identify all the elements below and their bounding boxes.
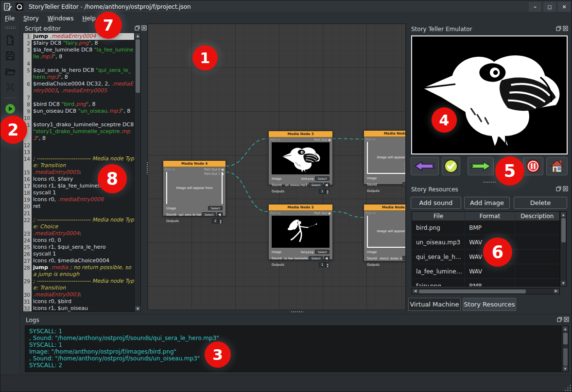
resources-hscroll-thumb[interactable] — [419, 290, 526, 293]
scroll-up-arrow-icon[interactable]: ▲ — [135, 33, 140, 38]
run-button[interactable] — [3, 102, 17, 116]
logs-scroll-thumb[interactable] — [563, 333, 568, 344]
column-header-format[interactable]: Format — [465, 212, 515, 221]
scroll-up-arrow-icon[interactable]: ▲ — [561, 212, 566, 217]
port-out[interactable]: Port Out 0 ● — [204, 168, 224, 171]
close-button[interactable]: ✕ — [558, 2, 571, 12]
new-file-button[interactable] — [3, 34, 17, 47]
resources-vscrollbar[interactable]: ▲ ▼ — [560, 211, 567, 287]
select-image-button[interactable]: Select — [208, 206, 223, 210]
scroll-down-arrow-icon[interactable]: ▼ — [561, 281, 566, 286]
editor-line: 2$fairy DC8 "fairy.png", 8 — [23, 40, 134, 47]
media-node[interactable]: Media Node 6Port InImage will appear her… — [364, 204, 406, 261]
float-panel-icon[interactable] — [556, 186, 561, 191]
emulator-back-button[interactable] — [411, 157, 439, 175]
select-sound-button[interactable]: Select — [402, 256, 406, 260]
editor-line: 11$story1_drako_luminelle_sceptre DC8 "s… — [23, 121, 134, 142]
emulator-home-button[interactable] — [546, 157, 568, 175]
float-panel-icon[interactable] — [135, 25, 140, 31]
line-number: 30 — [23, 291, 32, 298]
port-in[interactable]: Port In — [270, 211, 280, 215]
left-splitter-handle[interactable] — [146, 162, 148, 174]
menu-windows[interactable]: Windows — [43, 14, 78, 23]
port-out[interactable]: Port Out ● — [314, 211, 331, 215]
select-sound-button[interactable]: Select — [202, 212, 216, 217]
table-row[interactable]: fairy.pngBMP — [412, 279, 559, 287]
save-button[interactable] — [3, 49, 17, 63]
minimize-button[interactable]: – — [529, 2, 541, 12]
node-title[interactable]: Media Node 3 — [269, 131, 332, 137]
outputs-spinner[interactable]: 1▲▼ — [319, 262, 329, 267]
close-panel-icon[interactable] — [563, 26, 568, 31]
node-connection — [332, 138, 366, 139]
outputs-spinner[interactable]: 1▲▼ — [319, 189, 329, 194]
emulator-pause-button[interactable] — [523, 157, 543, 175]
resources-title: Story Resources — [411, 185, 458, 194]
tab-virtual-machine[interactable]: Virtual Machine — [408, 298, 461, 311]
table-row[interactable]: bird.pngBMP — [412, 221, 559, 235]
port-in[interactable]: Port In — [165, 168, 175, 171]
select-sound-button[interactable]: Select — [309, 256, 323, 260]
close-project-button[interactable] — [3, 80, 17, 94]
window-resize-grip[interactable] — [564, 384, 571, 391]
add-sound-button[interactable]: Add sound — [411, 197, 461, 209]
scroll-down-arrow-icon[interactable]: ▼ — [563, 366, 568, 371]
delete-button[interactable]: Delete — [514, 197, 567, 209]
line-number: 31 — [23, 298, 32, 305]
editor-scroll-thumb[interactable] — [136, 39, 140, 93]
port-out[interactable]: Port Out ● — [314, 138, 331, 142]
resources-hscrollbar[interactable]: ◀ ▶ — [412, 288, 560, 294]
node-canvas[interactable]: Media Node 4Port InPort Out 0 ●Port Out … — [147, 23, 406, 310]
menu-file[interactable]: File — [0, 14, 19, 23]
node-title[interactable]: Media Node 5 — [269, 205, 332, 211]
tab-story-resources[interactable]: Story Resources — [463, 298, 516, 311]
toolbar-drag-handle[interactable] — [5, 26, 16, 29]
float-panel-icon[interactable] — [557, 317, 562, 322]
maximize-button[interactable]: ◻ — [543, 2, 556, 12]
close-panel-icon[interactable] — [564, 317, 569, 322]
select-image-button[interactable]: Select — [315, 250, 329, 254]
play-sound-icon[interactable] — [217, 212, 223, 217]
scroll-left-arrow-icon[interactable]: ◀ — [413, 289, 418, 293]
open-project-button[interactable] — [3, 65, 17, 78]
line-number: 4 — [23, 60, 32, 67]
node-connection — [225, 172, 268, 212]
editor-scrollbar[interactable]: ▲ ▼ — [134, 33, 140, 311]
emulator-forward-button[interactable] — [468, 157, 494, 175]
media-node[interactable]: Media Node 3Port InPort Out ●Imagebird.p… — [268, 131, 333, 185]
logs-scrollbar[interactable]: ▲ ▼ — [562, 325, 569, 372]
column-header-file[interactable]: File — [412, 212, 465, 221]
play-sound-icon[interactable] — [324, 256, 329, 261]
line-number: 18 — [23, 189, 32, 196]
resources-scroll-thumb[interactable] — [561, 218, 566, 242]
add-image-button[interactable]: Add image — [464, 197, 510, 209]
select-image-button[interactable]: Select — [315, 176, 329, 181]
float-panel-icon[interactable] — [556, 26, 561, 31]
media-node[interactable]: Media Node 4Port InPort Out 0 ●Port Out … — [163, 160, 226, 216]
emulator-splitter-handle[interactable] — [483, 181, 496, 183]
node-title[interactable]: Media Node — [364, 131, 406, 137]
emulator-ok-button[interactable] — [442, 157, 460, 175]
close-panel-icon[interactable] — [563, 186, 568, 191]
purple-left-arrow-icon — [414, 160, 435, 172]
play-sound-icon[interactable] — [324, 183, 329, 187]
port-in[interactable]: Port In — [365, 137, 376, 141]
select-sound-button[interactable]: Select — [309, 183, 323, 187]
select-sound-button[interactable]: Select — [402, 182, 406, 187]
bottom-splitter-handle[interactable] — [291, 311, 303, 313]
outputs-spinner[interactable]: 2▲▼ — [212, 219, 223, 223]
menu-story[interactable]: Story — [19, 14, 43, 23]
scroll-down-arrow-icon[interactable]: ▼ — [135, 306, 140, 311]
column-header-description[interactable]: Description — [515, 212, 559, 221]
close-panel-icon[interactable] — [141, 25, 147, 31]
scroll-up-arrow-icon[interactable]: ▲ — [563, 326, 568, 331]
table-row[interactable]: la_fee_lumine…WAV — [412, 264, 559, 279]
port-in[interactable]: Port In — [270, 138, 280, 142]
line-number: 29 — [23, 278, 32, 291]
media-node[interactable]: Media NodePort InImage will appear hereI… — [364, 130, 406, 185]
scroll-right-arrow-icon[interactable]: ▶ — [554, 289, 559, 293]
media-node[interactable]: Media Node 5Port InPort Out ●Imagefairy.… — [268, 204, 333, 260]
node-title[interactable]: Media Node 4 — [163, 161, 225, 167]
node-title[interactable]: Media Node 6 — [364, 205, 406, 211]
port-in[interactable]: Port In — [365, 211, 376, 215]
